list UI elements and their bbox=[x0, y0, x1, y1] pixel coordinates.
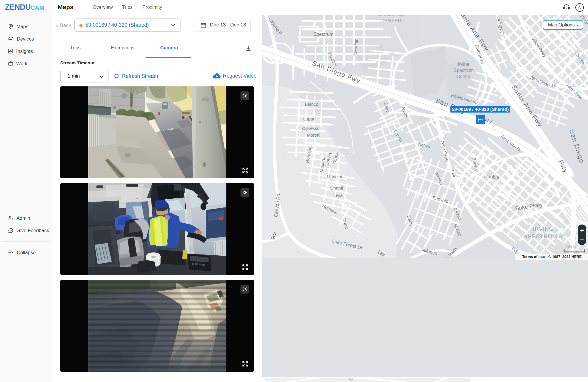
svg-text:Lupari: Lupari bbox=[303, 116, 315, 121]
svg-text:CENTER: CENTER bbox=[380, 18, 402, 23]
svg-text:Center: Center bbox=[457, 74, 471, 79]
svg-text:Chanti: Chanti bbox=[330, 185, 343, 190]
svg-text:Cipresso: Cipresso bbox=[302, 126, 319, 131]
svg-text:Spectrum: Spectrum bbox=[313, 32, 333, 37]
svg-text:Moretti: Moretti bbox=[307, 133, 320, 138]
svg-text:SPECTRUM 5: SPECTRUM 5 bbox=[524, 233, 562, 239]
svg-text:Spectrum: Spectrum bbox=[454, 68, 474, 73]
svg-text:SPECTRUM: SPECTRUM bbox=[377, 15, 406, 17]
svg-text:Mancini: Mancini bbox=[327, 174, 342, 179]
svg-text:IRVINE: IRVINE bbox=[533, 226, 553, 232]
svg-text:Bianco: Bianco bbox=[305, 102, 318, 107]
svg-text:Livia: Livia bbox=[334, 193, 343, 198]
svg-text:Irvine: Irvine bbox=[458, 62, 469, 67]
